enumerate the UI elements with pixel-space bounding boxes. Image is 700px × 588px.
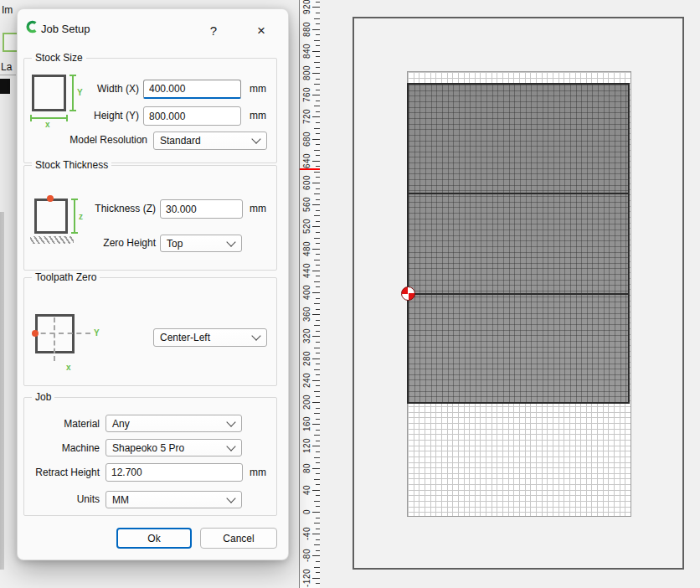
ruler-label: 360	[302, 307, 311, 322]
ruler-tick	[316, 441, 320, 441]
toolpath-zero-group-title: Toolpath Zero	[32, 271, 100, 283]
model-resolution-select[interactable]: Standard	[153, 132, 267, 150]
units-select[interactable]: MM	[106, 491, 242, 508]
retract-height-input[interactable]	[106, 463, 243, 482]
zero-height-value: Top	[167, 238, 183, 250]
toolpath-origin-marker[interactable]	[401, 286, 415, 301]
ruler-tick	[312, 29, 320, 30]
ruler-tick	[314, 523, 320, 524]
ruler-tick	[312, 139, 320, 140]
ruler-tick	[316, 430, 320, 431]
ruler-tick	[316, 364, 320, 364]
ruler-tick	[312, 116, 320, 117]
ruler-tick	[316, 56, 320, 57]
ruler-tick	[312, 336, 320, 337]
ruler-tick	[316, 155, 320, 156]
thickness-input[interactable]	[160, 199, 243, 219]
ruler-label: 400	[302, 285, 311, 300]
machine-label: Machine	[34, 442, 100, 454]
ruler-tick	[314, 260, 320, 260]
ruler-tick	[316, 309, 320, 310]
background-layers-label: La	[1, 61, 12, 73]
ruler-tick	[312, 183, 320, 183]
width-label: Width (X)	[51, 83, 139, 95]
machine-select[interactable]: Shapeoko 5 Pro	[106, 439, 242, 456]
retract-height-unit: mm	[250, 467, 266, 478]
ruler-label: 720	[302, 109, 311, 124]
ruler-tick	[316, 473, 320, 474]
ruler-tick	[316, 419, 320, 420]
stock-size-icon: Y x	[30, 71, 101, 133]
ruler-tick	[312, 95, 320, 95]
ruler-tick	[316, 133, 320, 134]
ruler-label: -120	[302, 569, 311, 587]
height-label: Height (Y)	[51, 110, 139, 121]
ruler-label: 200	[302, 395, 311, 410]
width-unit: mm	[250, 83, 266, 95]
ruler-tick	[316, 462, 320, 463]
ruler-label: 280	[302, 351, 311, 366]
ruler-tick	[312, 161, 320, 162]
ruler-tick	[312, 314, 320, 315]
ruler-tick	[316, 254, 320, 255]
ruler-tick	[314, 369, 320, 370]
ruler-tick	[312, 271, 320, 271]
ruler-tick	[316, 298, 320, 299]
ruler-tick	[312, 51, 320, 52]
background-import-label: Im	[2, 4, 13, 16]
ruler-tick	[312, 292, 320, 293]
ruler-tick	[314, 215, 320, 216]
ruler-label: 120	[302, 438, 311, 453]
ruler-position-marker	[300, 168, 320, 170]
ruler-tick	[316, 243, 320, 244]
ruler-tick	[312, 402, 320, 403]
ruler-tick	[312, 7, 320, 8]
ruler-tick	[312, 512, 320, 513]
ok-button[interactable]: Ok	[116, 528, 192, 549]
ruler-tick	[314, 348, 320, 348]
ruler-label: 800	[302, 65, 311, 80]
ruler-tick	[312, 578, 320, 579]
zero-height-select[interactable]: Top	[160, 235, 242, 252]
ruler-tick	[316, 561, 320, 562]
background-color-swatch[interactable]	[0, 79, 10, 94]
ruler-tick	[314, 281, 320, 282]
ruler-tick	[314, 457, 320, 458]
ruler-label: 680	[302, 132, 311, 147]
ruler-label: 40	[302, 485, 311, 495]
model-resolution-value: Standard	[160, 135, 201, 147]
ruler-tick	[316, 90, 320, 90]
dialog-title: Job Setup	[41, 23, 90, 35]
ruler-tick	[316, 539, 320, 540]
help-button[interactable]: ?	[204, 22, 223, 40]
toolpath-zero-select[interactable]: Center-Left	[153, 328, 267, 347]
ruler-label: 520	[302, 219, 311, 234]
ruler-tick	[316, 166, 320, 167]
ruler-tick	[316, 353, 320, 353]
background-divider	[0, 75, 16, 75]
ruler-tick	[316, 232, 320, 233]
ruler-tick	[312, 424, 320, 425]
ruler-tick	[316, 199, 320, 200]
close-icon[interactable]: ×	[252, 22, 270, 40]
ruler-tick	[312, 380, 320, 381]
ruler-tick	[314, 303, 320, 304]
ruler-tick	[314, 544, 320, 545]
stock-thickness-group-title: Stock Thickness	[32, 159, 111, 171]
width-input[interactable]	[143, 80, 241, 99]
ruler-tick	[314, 501, 320, 502]
ruler-label: 80	[302, 463, 311, 473]
ruler-tick	[314, 172, 320, 173]
ruler-tick	[314, 238, 320, 239]
toolpath-zero-icon-x-label: x	[66, 363, 71, 372]
ruler-tick	[314, 413, 320, 414]
cancel-button[interactable]: Cancel	[200, 528, 277, 549]
ruler-tick	[316, 408, 320, 409]
height-input[interactable]	[143, 106, 241, 126]
material-select[interactable]: Any	[106, 415, 242, 432]
ruler-tick	[312, 204, 320, 205]
job-group-title: Job	[32, 391, 54, 403]
chevron-down-icon	[226, 417, 235, 426]
ruler-tick	[316, 45, 320, 46]
ruler-tick	[316, 79, 320, 80]
